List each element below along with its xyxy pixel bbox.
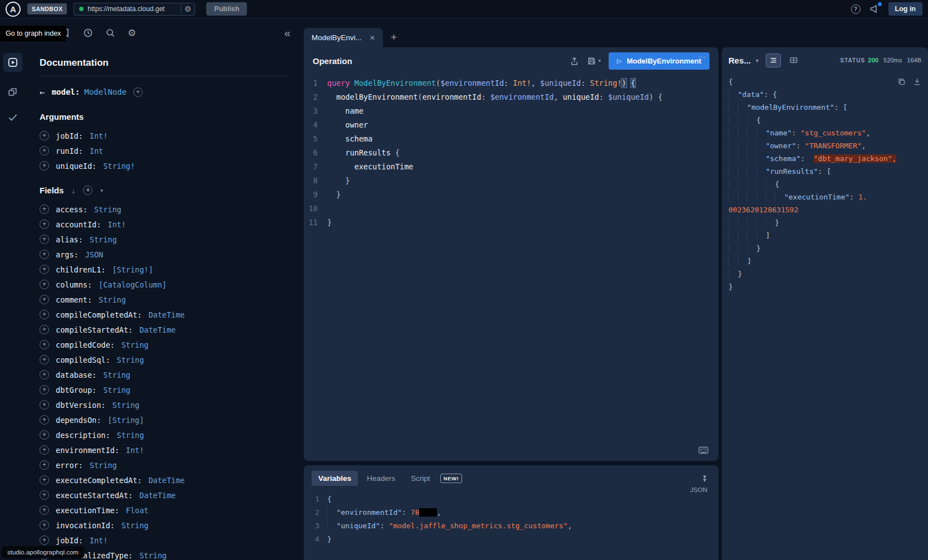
add-field-to-query-icon[interactable]: + [40, 161, 49, 171]
announcements-icon[interactable] [869, 4, 880, 14]
response-dropdown-icon[interactable]: ▾ [756, 57, 759, 64]
endpoint-url-input[interactable]: https://metadata.cloud.get ⚙ [74, 3, 195, 16]
add-field-to-query-icon[interactable]: + [40, 415, 49, 425]
connection-settings-gear-icon[interactable]: ⚙ [181, 4, 192, 13]
collapse-sidebar-icon[interactable]: « [284, 27, 290, 40]
field-type[interactable]: String [139, 551, 167, 560]
add-field-to-query-icon[interactable]: + [40, 370, 49, 379]
field-name[interactable]: executionTime: [56, 506, 119, 515]
apollo-logo[interactable]: A [6, 2, 21, 17]
field-type[interactable]: String [99, 295, 126, 304]
field-name[interactable]: compileStartedAt: [56, 325, 133, 334]
field-name[interactable]: dependsOn: [56, 416, 101, 425]
field-name[interactable]: runId: [56, 147, 83, 155]
field-name[interactable]: compileCompletedAt: [56, 310, 142, 319]
add-field-to-query-icon[interactable]: + [40, 475, 49, 485]
field-name[interactable]: dbtVersion: [56, 401, 105, 410]
add-field-to-query-icon[interactable]: + [40, 430, 49, 440]
field-type[interactable]: DateTime [139, 325, 176, 334]
variables-editor[interactable]: 1{2 "environmentId": 78####,3 "uniqueId"… [312, 493, 711, 546]
field-name[interactable]: alias: [56, 235, 83, 244]
add-field-to-query-icon[interactable]: + [40, 204, 49, 214]
publish-button[interactable]: Publish [206, 2, 247, 16]
operation-tab[interactable]: ModelByEnvi... ✕ [304, 28, 383, 47]
add-field-to-query-icon[interactable]: + [40, 505, 49, 515]
tab-headers[interactable]: Headers [360, 471, 402, 486]
field-type[interactable]: String [112, 401, 139, 410]
field-type[interactable]: Int [90, 147, 103, 155]
add-field-to-query-icon[interactable]: + [40, 445, 49, 455]
add-field-to-query-icon[interactable]: + [40, 250, 49, 259]
share-icon[interactable] [570, 56, 579, 66]
add-field-to-query-icon[interactable]: + [40, 131, 49, 140]
add-field-to-query-icon[interactable]: + [40, 146, 49, 155]
field-name[interactable]: accountId: [56, 220, 101, 229]
add-field-to-query-icon[interactable]: + [40, 310, 49, 319]
field-type[interactable]: String [117, 431, 144, 440]
field-type[interactable]: Int! [108, 220, 126, 229]
field-name[interactable]: description: [56, 431, 110, 440]
field-type[interactable]: [String] [108, 416, 144, 425]
help-icon[interactable]: ? [851, 4, 861, 14]
field-name[interactable]: environmentId: [56, 446, 119, 455]
field-type[interactable]: Int! [90, 132, 108, 140]
add-field-to-query-icon[interactable]: + [40, 340, 49, 349]
copy-response-icon[interactable] [897, 77, 906, 86]
chevron-down-icon[interactable]: ▾ [100, 188, 103, 193]
field-type[interactable]: String [94, 205, 122, 214]
field-type[interactable]: JSON [85, 250, 104, 259]
field-name[interactable]: childrenL1: [56, 265, 105, 274]
field-type[interactable]: DateTime [148, 476, 184, 485]
field-type[interactable]: String [122, 521, 149, 530]
add-field-to-query-icon[interactable]: + [40, 235, 49, 244]
field-type[interactable]: DateTime [139, 491, 176, 500]
field-type[interactable]: String [103, 371, 130, 379]
response-title[interactable]: Res... [728, 56, 751, 65]
tab-variables[interactable]: Variables [312, 471, 358, 486]
field-type[interactable]: String [90, 461, 117, 470]
add-type-icon[interactable]: + [133, 87, 143, 97]
add-field-to-query-icon[interactable]: + [40, 490, 49, 500]
add-field-to-query-icon[interactable]: + [40, 325, 49, 334]
field-name[interactable]: compiledSql: [56, 356, 110, 364]
query-editor[interactable]: 1query ModelByEnvironment($environmentId… [304, 74, 718, 461]
login-button[interactable]: Log in [888, 2, 923, 16]
field-type[interactable]: [String!] [112, 265, 153, 274]
tab-script[interactable]: Script [404, 471, 437, 486]
field-type[interactable]: Int! [90, 536, 108, 545]
field-type[interactable]: String [122, 340, 149, 349]
collections-nav-icon[interactable] [7, 86, 18, 97]
close-tab-icon[interactable]: ✕ [370, 34, 375, 42]
run-operation-button[interactable]: ▷ ModelByEnvironment [609, 52, 710, 70]
field-type[interactable]: Float [126, 506, 149, 515]
collapse-panel-icon[interactable]: ▾▾ [703, 475, 706, 481]
add-field-to-query-icon[interactable]: + [40, 400, 49, 410]
sort-fields-icon[interactable]: ↓ [71, 186, 75, 195]
add-field-to-query-icon[interactable]: + [40, 535, 49, 545]
field-name[interactable]: executeCompletedAt: [56, 476, 142, 485]
add-field-to-query-icon[interactable]: + [40, 355, 49, 364]
add-field-to-query-icon[interactable]: + [40, 520, 49, 530]
field-name[interactable]: jobId: [56, 132, 83, 140]
field-name[interactable]: dbtGroup: [56, 386, 96, 395]
field-name[interactable]: compiledCode: [56, 340, 115, 349]
download-response-icon[interactable] [913, 77, 921, 86]
keyboard-shortcuts-icon[interactable] [698, 446, 708, 454]
table-view-button[interactable] [786, 53, 801, 67]
field-name[interactable]: access: [56, 205, 88, 214]
endpoint-url[interactable]: https://metadata.cloud.get [88, 5, 176, 13]
breadcrumb-type[interactable]: ModelNode [84, 87, 127, 96]
explorer-nav-icon[interactable] [3, 53, 22, 72]
field-type[interactable]: [CatalogColumn] [99, 280, 167, 289]
field-type[interactable]: String [103, 386, 130, 395]
formatted-view-button[interactable] [766, 53, 781, 67]
settings-gear-icon[interactable]: ⚙ [128, 27, 136, 39]
checks-nav-icon[interactable] [7, 111, 18, 123]
add-field-to-query-icon[interactable]: + [40, 295, 49, 304]
field-name[interactable]: database: [56, 371, 96, 379]
field-type[interactable]: Int! [126, 446, 144, 455]
field-type[interactable]: String! [103, 162, 135, 171]
search-icon[interactable] [105, 28, 115, 38]
add-field-to-query-icon[interactable]: + [40, 265, 49, 274]
add-field-to-query-icon[interactable]: + [40, 385, 49, 395]
